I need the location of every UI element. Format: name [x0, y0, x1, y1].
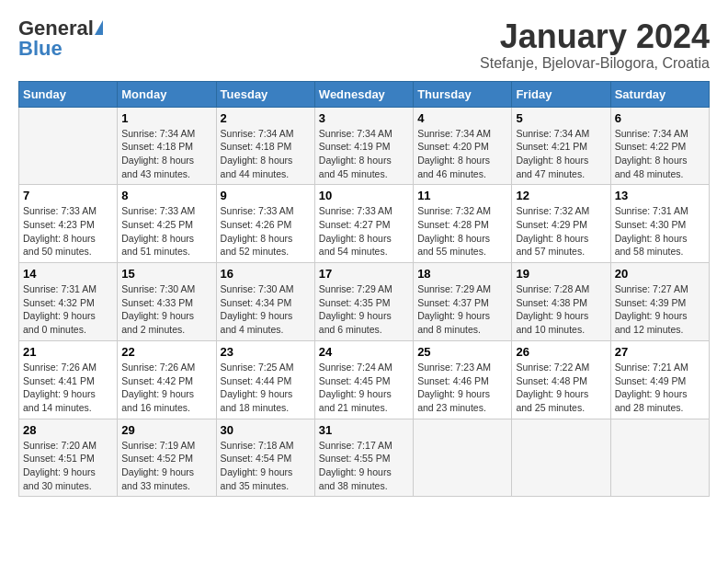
- calendar-cell: [512, 419, 610, 497]
- day-number: 23: [221, 345, 311, 359]
- calendar-cell: 4Sunrise: 7:34 AMSunset: 4:20 PMDaylight…: [414, 107, 512, 185]
- day-info: Sunrise: 7:23 AMSunset: 4:46 PMDaylight:…: [417, 361, 507, 415]
- day-info: Sunrise: 7:31 AMSunset: 4:30 PMDaylight:…: [615, 204, 705, 259]
- day-info: Sunrise: 7:31 AMSunset: 4:32 PMDaylight:…: [23, 282, 113, 337]
- calendar-cell: 26Sunrise: 7:22 AMSunset: 4:48 PMDayligh…: [512, 340, 610, 419]
- day-number: 11: [417, 189, 507, 202]
- calendar-cell: 3Sunrise: 7:34 AMSunset: 4:19 PMDaylight…: [314, 107, 413, 185]
- day-info: Sunrise: 7:34 AMSunset: 4:19 PMDaylight:…: [319, 127, 409, 181]
- calendar-week-row: 1Sunrise: 7:34 AMSunset: 4:18 PMDaylight…: [19, 107, 710, 185]
- calendar-cell: 14Sunrise: 7:31 AMSunset: 4:32 PMDayligh…: [19, 263, 118, 341]
- logo: General Blue: [18, 18, 103, 59]
- calendar-cell: 7Sunrise: 7:33 AMSunset: 4:23 PMDaylight…: [19, 185, 118, 263]
- day-info: Sunrise: 7:18 AMSunset: 4:54 PMDaylight:…: [221, 439, 311, 493]
- day-info: Sunrise: 7:33 AMSunset: 4:27 PMDaylight:…: [319, 204, 409, 259]
- day-info: Sunrise: 7:34 AMSunset: 4:21 PMDaylight:…: [516, 127, 606, 181]
- calendar-cell: 13Sunrise: 7:31 AMSunset: 4:30 PMDayligh…: [610, 185, 709, 263]
- calendar-week-row: 7Sunrise: 7:33 AMSunset: 4:23 PMDaylight…: [19, 185, 710, 263]
- day-info: Sunrise: 7:34 AMSunset: 4:20 PMDaylight:…: [417, 127, 507, 181]
- day-number: 17: [319, 267, 409, 281]
- day-number: 16: [221, 267, 311, 281]
- day-number: 28: [23, 423, 113, 437]
- day-info: Sunrise: 7:34 AMSunset: 4:18 PMDaylight:…: [221, 127, 311, 181]
- day-number: 13: [615, 189, 705, 202]
- calendar-cell: 11Sunrise: 7:32 AMSunset: 4:28 PMDayligh…: [414, 185, 512, 263]
- day-info: Sunrise: 7:33 AMSunset: 4:23 PMDaylight:…: [23, 204, 113, 259]
- calendar-cell: 15Sunrise: 7:30 AMSunset: 4:33 PMDayligh…: [118, 263, 216, 341]
- day-number: 14: [23, 267, 113, 281]
- logo-triangle-icon: [95, 20, 103, 35]
- title-block: January 2024 Stefanje, Bjelovar-Bilogora…: [480, 18, 710, 72]
- day-number: 4: [417, 111, 507, 125]
- day-number: 5: [516, 111, 606, 125]
- column-header-tuesday: Tuesday: [216, 81, 314, 107]
- day-info: Sunrise: 7:32 AMSunset: 4:28 PMDaylight:…: [417, 204, 507, 259]
- day-info: Sunrise: 7:21 AMSunset: 4:49 PMDaylight:…: [615, 361, 705, 415]
- day-info: Sunrise: 7:33 AMSunset: 4:26 PMDaylight:…: [221, 204, 311, 259]
- day-info: Sunrise: 7:32 AMSunset: 4:29 PMDaylight:…: [516, 204, 606, 259]
- day-info: Sunrise: 7:34 AMSunset: 4:18 PMDaylight:…: [121, 127, 211, 181]
- day-number: 2: [221, 111, 311, 125]
- day-info: Sunrise: 7:17 AMSunset: 4:55 PMDaylight:…: [319, 439, 409, 493]
- day-number: 21: [23, 345, 113, 359]
- calendar-cell: [610, 419, 709, 497]
- calendar-cell: 27Sunrise: 7:21 AMSunset: 4:49 PMDayligh…: [610, 340, 709, 419]
- calendar-week-row: 28Sunrise: 7:20 AMSunset: 4:51 PMDayligh…: [19, 419, 710, 497]
- calendar-cell: 6Sunrise: 7:34 AMSunset: 4:22 PMDaylight…: [610, 107, 709, 185]
- column-header-thursday: Thursday: [414, 81, 512, 107]
- column-header-monday: Monday: [118, 81, 216, 107]
- page-header: General Blue January 2024 Stefanje, Bjel…: [18, 18, 710, 72]
- calendar-cell: 2Sunrise: 7:34 AMSunset: 4:18 PMDaylight…: [216, 107, 314, 185]
- calendar-cell: 25Sunrise: 7:23 AMSunset: 4:46 PMDayligh…: [414, 340, 512, 419]
- calendar-cell: [19, 107, 118, 185]
- day-info: Sunrise: 7:29 AMSunset: 4:37 PMDaylight:…: [417, 282, 507, 337]
- calendar-cell: 1Sunrise: 7:34 AMSunset: 4:18 PMDaylight…: [118, 107, 216, 185]
- day-number: 22: [121, 345, 211, 359]
- day-info: Sunrise: 7:33 AMSunset: 4:25 PMDaylight:…: [121, 204, 211, 259]
- calendar-cell: 22Sunrise: 7:26 AMSunset: 4:42 PMDayligh…: [118, 340, 216, 419]
- day-info: Sunrise: 7:29 AMSunset: 4:35 PMDaylight:…: [319, 282, 409, 337]
- calendar-cell: 10Sunrise: 7:33 AMSunset: 4:27 PMDayligh…: [314, 185, 413, 263]
- calendar-week-row: 21Sunrise: 7:26 AMSunset: 4:41 PMDayligh…: [19, 340, 710, 419]
- calendar-cell: 12Sunrise: 7:32 AMSunset: 4:29 PMDayligh…: [512, 185, 610, 263]
- column-header-wednesday: Wednesday: [314, 81, 413, 107]
- column-header-saturday: Saturday: [610, 81, 709, 107]
- day-number: 10: [319, 189, 409, 202]
- day-number: 30: [221, 423, 311, 437]
- day-info: Sunrise: 7:26 AMSunset: 4:41 PMDaylight:…: [23, 361, 113, 415]
- calendar-cell: 18Sunrise: 7:29 AMSunset: 4:37 PMDayligh…: [414, 263, 512, 341]
- calendar-cell: 16Sunrise: 7:30 AMSunset: 4:34 PMDayligh…: [216, 263, 314, 341]
- day-number: 20: [615, 267, 705, 281]
- logo-general-text: General: [18, 18, 94, 39]
- day-number: 26: [516, 345, 606, 359]
- calendar-cell: 21Sunrise: 7:26 AMSunset: 4:41 PMDayligh…: [19, 340, 118, 419]
- calendar-cell: 8Sunrise: 7:33 AMSunset: 4:25 PMDaylight…: [118, 185, 216, 263]
- day-number: 12: [516, 189, 606, 202]
- day-info: Sunrise: 7:26 AMSunset: 4:42 PMDaylight:…: [121, 361, 211, 415]
- calendar-cell: 31Sunrise: 7:17 AMSunset: 4:55 PMDayligh…: [314, 419, 413, 497]
- day-number: 25: [417, 345, 507, 359]
- day-number: 7: [23, 189, 113, 202]
- calendar-cell: 30Sunrise: 7:18 AMSunset: 4:54 PMDayligh…: [216, 419, 314, 497]
- page-subtitle: Stefanje, Bjelovar-Bilogora, Croatia: [480, 55, 710, 72]
- calendar-cell: 17Sunrise: 7:29 AMSunset: 4:35 PMDayligh…: [314, 263, 413, 341]
- calendar-cell: 24Sunrise: 7:24 AMSunset: 4:45 PMDayligh…: [314, 340, 413, 419]
- day-number: 6: [615, 111, 705, 125]
- calendar-week-row: 14Sunrise: 7:31 AMSunset: 4:32 PMDayligh…: [19, 263, 710, 341]
- calendar-cell: 23Sunrise: 7:25 AMSunset: 4:44 PMDayligh…: [216, 340, 314, 419]
- day-number: 27: [615, 345, 705, 359]
- day-number: 24: [319, 345, 409, 359]
- column-header-friday: Friday: [512, 81, 610, 107]
- day-info: Sunrise: 7:34 AMSunset: 4:22 PMDaylight:…: [615, 127, 705, 181]
- day-number: 29: [121, 423, 211, 437]
- day-number: 19: [516, 267, 606, 281]
- day-number: 9: [221, 189, 311, 202]
- day-info: Sunrise: 7:20 AMSunset: 4:51 PMDaylight:…: [23, 439, 113, 493]
- calendar-cell: 28Sunrise: 7:20 AMSunset: 4:51 PMDayligh…: [19, 419, 118, 497]
- calendar-table: SundayMondayTuesdayWednesdayThursdayFrid…: [18, 81, 710, 498]
- column-header-sunday: Sunday: [19, 81, 118, 107]
- calendar-header-row: SundayMondayTuesdayWednesdayThursdayFrid…: [19, 81, 710, 107]
- day-info: Sunrise: 7:25 AMSunset: 4:44 PMDaylight:…: [221, 361, 311, 415]
- day-number: 8: [121, 189, 211, 202]
- day-number: 18: [417, 267, 507, 281]
